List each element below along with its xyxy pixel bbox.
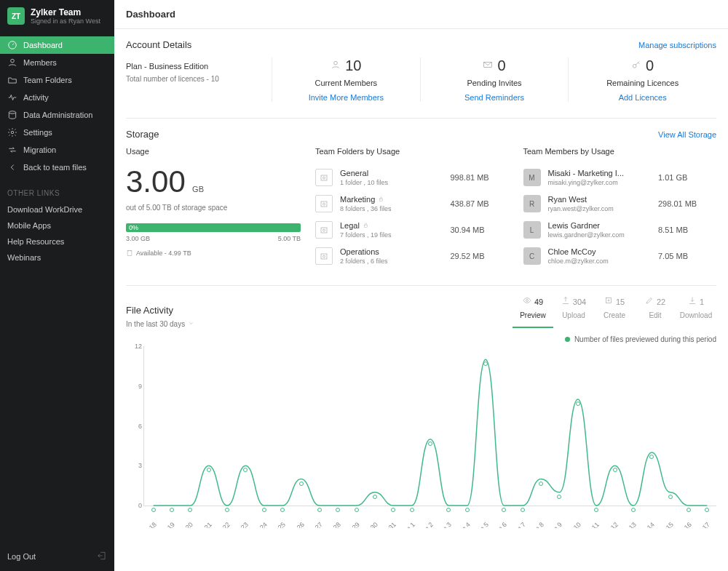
folder-icon xyxy=(7,75,17,85)
tab-preview[interactable]: 49Preview xyxy=(513,293,553,328)
member-row[interactable]: CChloe McCoychloe.m@zylker.com7.05 MB xyxy=(523,243,717,269)
sidebar-item-label: Settings xyxy=(23,128,52,137)
member-row[interactable]: RRyan Westryan.west@zylker.com298.01 MB xyxy=(523,191,717,217)
sidebar-item-team-folders[interactable]: Team Folders xyxy=(0,71,114,89)
data-point xyxy=(207,468,211,472)
member-size: 1.01 GB xyxy=(658,173,716,182)
svg-rect-12 xyxy=(380,199,384,201)
member-size: 7.05 MB xyxy=(658,252,716,260)
avatar: L xyxy=(523,221,541,239)
data-point xyxy=(557,495,561,499)
svg-rect-15 xyxy=(364,225,368,227)
folder-row[interactable]: General1 folder , 10 files998.81 MB xyxy=(315,164,509,191)
lock-icon xyxy=(363,221,369,230)
gear-icon xyxy=(7,127,17,137)
member-email: ryan.west@zylker.com xyxy=(548,205,659,212)
upload-icon xyxy=(561,296,570,307)
add-licences-link[interactable]: Add Licences xyxy=(574,93,711,102)
folder-sub: 2 folders , 6 files xyxy=(340,257,451,265)
logout-link[interactable]: Log Out xyxy=(7,552,36,561)
data-point xyxy=(373,495,377,499)
folder-icon xyxy=(315,221,333,239)
folder-row[interactable]: Operations2 folders , 6 files29.52 MB xyxy=(315,243,509,269)
user-icon xyxy=(331,60,341,72)
usage-title: Usage xyxy=(126,147,301,156)
data-point xyxy=(613,468,617,472)
sidebar-item-members[interactable]: Members xyxy=(0,54,114,71)
sidebar-item-label: Members xyxy=(23,58,57,67)
data-point xyxy=(299,482,304,486)
member-size: 8.51 MB xyxy=(658,225,716,234)
sidebar-nav: Dashboard Members Team Folders Activity … xyxy=(0,36,114,176)
sidebar-link-mobile[interactable]: Mobile Apps xyxy=(0,217,114,233)
tab-label: Upload xyxy=(553,311,594,319)
x-tick: Jun 12 xyxy=(600,521,619,528)
tab-upload[interactable]: 304Upload xyxy=(553,293,594,328)
x-tick: May 25 xyxy=(266,521,287,528)
lock-icon xyxy=(378,195,384,204)
folder-size: 29.52 MB xyxy=(451,252,509,260)
sidebar-item-settings[interactable]: Settings xyxy=(0,124,114,141)
manage-subscriptions-link[interactable]: Manage subscriptions xyxy=(638,41,716,49)
folder-name: Legal xyxy=(340,221,451,230)
sidebar-item-data-admin[interactable]: Data Administration xyxy=(0,106,114,124)
team-name: Zylker Team xyxy=(31,7,100,17)
signed-in-as: Signed in as Ryan West xyxy=(31,17,100,25)
sidebar-link-webinars[interactable]: Webinars xyxy=(0,249,114,265)
gauge-icon xyxy=(7,40,17,50)
member-row[interactable]: MMisaki - Marketing I...misaki.ying@zylk… xyxy=(523,164,717,191)
sidebar-link-help[interactable]: Help Resources xyxy=(0,233,114,249)
x-tick: Jun 9 xyxy=(547,521,564,528)
sidebar-link-download[interactable]: Download WorkDrive xyxy=(0,201,114,217)
tab-download[interactable]: 1Download xyxy=(676,293,716,328)
stat-remaining-licences: 0 Remaining Licences Add Licences xyxy=(568,57,716,102)
sidebar-item-dashboard[interactable]: Dashboard xyxy=(0,36,114,54)
usage-bar-min: 3.00 GB xyxy=(126,235,150,242)
data-point xyxy=(243,468,248,472)
folder-row[interactable]: Marketing8 folders , 36 files438.87 MB xyxy=(315,191,509,217)
send-reminders-link[interactable]: Send Reminders xyxy=(427,93,563,102)
x-tick: Jun 2 xyxy=(418,521,435,528)
data-point xyxy=(649,455,654,459)
team-members-col: Team Members by Usage MMisaki - Marketin… xyxy=(523,147,717,269)
tab-create[interactable]: 15Create xyxy=(594,293,635,328)
member-email: lewis.gardner@zylker.com xyxy=(548,231,659,239)
account-section-header: Account Details Manage subscriptions xyxy=(126,39,716,50)
invite-members-link[interactable]: Invite More Members xyxy=(278,93,414,102)
tab-count: 49 xyxy=(534,298,543,306)
svg-rect-13 xyxy=(321,228,327,233)
svg-point-18 xyxy=(526,300,528,302)
folder-icon xyxy=(315,195,333,212)
sidebar-footer: Log Out xyxy=(0,542,114,571)
tab-edit[interactable]: 22Edit xyxy=(635,293,676,328)
svg-point-3 xyxy=(11,131,14,134)
usage-value: 3.00 xyxy=(126,164,186,199)
view-all-storage-link[interactable]: View All Storage xyxy=(658,130,716,139)
member-email: chloe.m@zylker.com xyxy=(548,257,659,265)
y-tick: 3 xyxy=(138,462,142,469)
x-tick: Jun 3 xyxy=(437,521,454,528)
member-name: Ryan West xyxy=(548,195,659,204)
svg-rect-10 xyxy=(321,201,327,207)
tab-label: Download xyxy=(676,311,716,319)
sidebar-item-label: Dashboard xyxy=(23,41,63,49)
sidebar-item-migration[interactable]: Migration xyxy=(0,141,114,159)
storage-row: Usage 3.00 GB out of 5.00 TB of storage … xyxy=(126,147,716,286)
x-tick: May 26 xyxy=(285,521,306,528)
plan-box: Plan - Business Edition Total number of … xyxy=(126,57,272,102)
x-tick: May 27 xyxy=(304,521,324,528)
folder-sub: 7 folders , 19 files xyxy=(340,231,451,239)
transfer-icon xyxy=(7,145,17,155)
folder-name: Marketing xyxy=(340,195,451,204)
activity-period-dropdown[interactable]: In the last 30 days xyxy=(126,320,194,328)
x-tick: Jun 11 xyxy=(582,521,601,528)
sidebar-item-activity[interactable]: Activity xyxy=(0,89,114,106)
x-tick: Jun 15 xyxy=(655,521,674,528)
member-row[interactable]: LLewis Gardnerlewis.gardner@zylker.com8.… xyxy=(523,217,717,243)
folder-row[interactable]: Legal7 folders , 19 files30.94 MB xyxy=(315,217,509,243)
sidebar-item-back[interactable]: Back to team files xyxy=(0,159,114,176)
folder-sub: 8 folders , 36 files xyxy=(340,205,451,212)
usage-bar-max: 5.00 TB xyxy=(278,235,301,242)
svg-point-6 xyxy=(633,64,636,68)
sidebar-item-label: Team Folders xyxy=(23,76,72,84)
